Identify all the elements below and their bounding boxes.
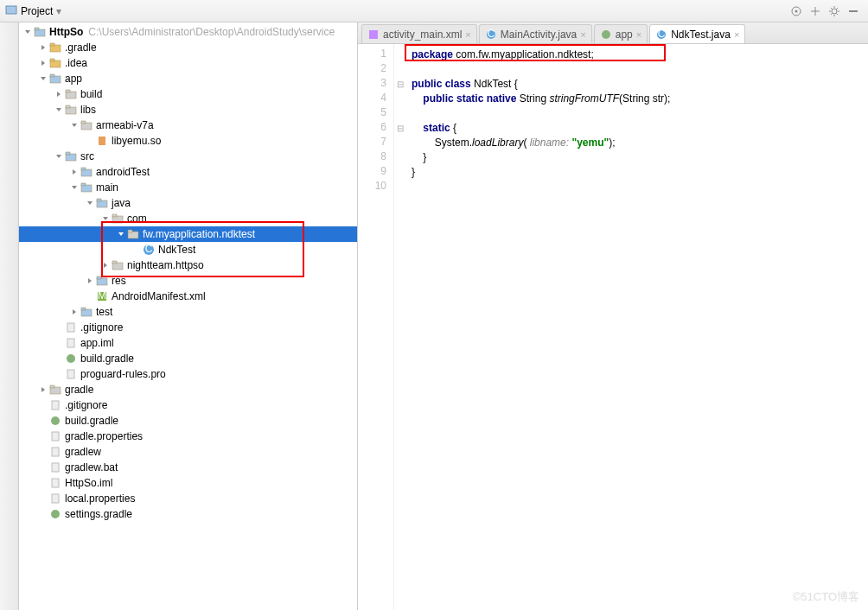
editor-tab[interactable]: activity_main.xml× <box>361 24 477 43</box>
tree-item[interactable]: res <box>19 273 357 289</box>
tree-item[interactable]: .gitignore <box>19 320 357 335</box>
svg-rect-41 <box>81 308 86 310</box>
settings-icon[interactable] <box>825 2 844 21</box>
svg-rect-47 <box>50 385 54 388</box>
svg-point-3 <box>832 9 837 14</box>
editor-tabs: activity_main.xml×CMainActivity.java×app… <box>358 22 868 44</box>
project-icon <box>5 3 17 18</box>
dropdown-icon: ▾ <box>56 5 61 17</box>
tree-item[interactable]: libs <box>19 102 357 118</box>
svg-rect-37 <box>97 276 101 279</box>
target-icon[interactable] <box>787 2 806 21</box>
svg-rect-10 <box>50 59 54 61</box>
tree-item[interactable]: com <box>19 211 357 226</box>
svg-point-49 <box>51 416 60 425</box>
svg-rect-16 <box>66 105 70 108</box>
project-tree-panel: HttpSoC:\Users\Administrator\Desktop\And… <box>19 22 358 610</box>
hide-icon[interactable] <box>844 2 863 21</box>
tab-label: app <box>616 29 633 41</box>
svg-rect-14 <box>66 90 70 92</box>
tree-item[interactable]: build.gradle <box>19 413 357 429</box>
tree-item[interactable]: proguard-rules.pro <box>19 366 357 382</box>
tree-item[interactable]: build <box>19 86 357 102</box>
svg-rect-52 <box>52 463 59 472</box>
tree-item[interactable]: fw.myapplication.ndktest <box>19 226 357 242</box>
svg-rect-53 <box>52 479 59 487</box>
svg-rect-31 <box>128 230 132 232</box>
svg-rect-19 <box>99 137 105 145</box>
svg-rect-35 <box>112 261 117 264</box>
tree-item[interactable]: java <box>19 195 357 211</box>
tree-item[interactable]: androidTest <box>19 164 357 180</box>
svg-rect-23 <box>81 168 86 170</box>
editor-tab[interactable]: CNdkTest.java× <box>649 24 745 43</box>
project-tree[interactable]: HttpSoC:\Users\Administrator\Desktop\And… <box>19 22 357 524</box>
svg-text:C: C <box>487 29 495 40</box>
close-icon[interactable]: × <box>734 29 739 40</box>
code-area[interactable]: package com.fw.myapplication.ndktest;pub… <box>406 44 868 610</box>
line-gutter: 12345678910 <box>358 44 394 610</box>
tree-item[interactable]: app <box>19 71 357 86</box>
xml-icon <box>367 29 380 41</box>
tree-item[interactable]: armeabi-v7a <box>19 118 357 133</box>
tree-item[interactable]: build.gradle <box>19 351 357 366</box>
svg-rect-4 <box>849 10 858 12</box>
svg-rect-42 <box>67 323 74 332</box>
tree-item[interactable]: libyemu.so <box>19 133 357 149</box>
code-editor[interactable]: 12345678910 ⊟⊟ package com.fw.myapplicat… <box>358 44 868 610</box>
svg-rect-25 <box>81 183 86 186</box>
tree-item[interactable]: gradlew <box>19 444 357 460</box>
editor-tab[interactable]: CMainActivity.java× <box>479 24 592 43</box>
svg-rect-43 <box>67 339 74 347</box>
tree-item[interactable]: MAndroidManifest.xml <box>19 289 357 304</box>
java-class-icon: C <box>485 29 497 41</box>
svg-point-55 <box>51 510 60 518</box>
java-class-icon: C <box>655 29 667 41</box>
tree-root[interactable]: HttpSoC:\Users\Administrator\Desktop\And… <box>19 24 357 40</box>
svg-rect-0 <box>6 6 16 14</box>
svg-point-44 <box>67 354 75 363</box>
tree-item[interactable]: local.properties <box>19 491 357 506</box>
svg-rect-29 <box>112 214 117 217</box>
tab-label: activity_main.xml <box>383 29 462 41</box>
project-toolbar: Project ▾ <box>0 0 868 22</box>
tree-item[interactable]: gradlew.bat <box>19 460 357 475</box>
svg-rect-18 <box>81 121 86 124</box>
project-view-selector[interactable]: Project ▾ <box>5 3 61 18</box>
svg-rect-51 <box>52 448 59 456</box>
watermark: ©51CTO博客 <box>793 589 859 605</box>
svg-point-2 <box>795 10 798 12</box>
svg-rect-12 <box>50 74 54 77</box>
tree-item[interactable]: main <box>19 180 357 195</box>
left-gutter-bar <box>0 22 19 610</box>
tree-item[interactable]: .gradle <box>19 40 357 55</box>
close-icon[interactable]: × <box>636 29 641 40</box>
svg-rect-56 <box>369 30 378 39</box>
svg-text:C: C <box>658 29 666 40</box>
project-title: Project <box>21 5 53 17</box>
collapse-icon[interactable] <box>806 2 825 21</box>
editor-tab[interactable]: app× <box>594 24 648 43</box>
svg-rect-6 <box>35 28 39 30</box>
tab-label: NdkTest.java <box>671 29 731 41</box>
svg-rect-8 <box>50 43 54 46</box>
tree-item[interactable]: nightteam.httpso <box>19 257 357 273</box>
close-icon[interactable]: × <box>465 29 470 40</box>
tree-item[interactable]: app.iml <box>19 335 357 351</box>
tree-item[interactable]: .idea <box>19 55 357 71</box>
svg-rect-48 <box>52 401 59 410</box>
tree-item[interactable]: test <box>19 304 357 320</box>
tree-item[interactable]: gradle.properties <box>19 429 357 444</box>
svg-text:C: C <box>145 244 153 255</box>
svg-rect-45 <box>67 370 74 378</box>
svg-rect-54 <box>52 494 59 503</box>
svg-point-59 <box>602 30 610 39</box>
tree-item[interactable]: HttpSo.iml <box>19 475 357 491</box>
tree-item[interactable]: settings.gradle <box>19 506 357 522</box>
svg-rect-27 <box>97 199 101 201</box>
tree-item[interactable]: CNdkTest <box>19 242 357 257</box>
tree-item[interactable]: gradle <box>19 382 357 397</box>
close-icon[interactable]: × <box>580 29 585 40</box>
tree-item[interactable]: .gitignore <box>19 397 357 413</box>
tree-item[interactable]: src <box>19 149 357 164</box>
